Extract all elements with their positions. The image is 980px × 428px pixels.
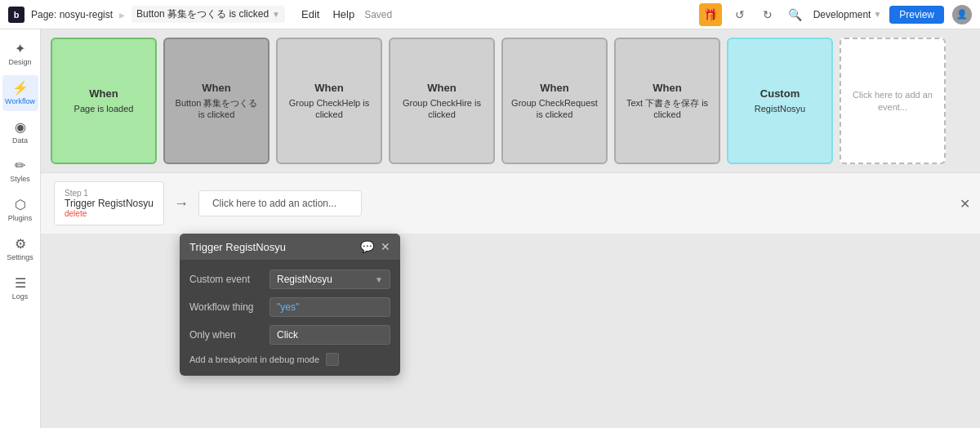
search-icon[interactable]: 🔍 (786, 5, 805, 25)
add-action-button[interactable]: Click here to add an action... (198, 190, 362, 216)
saved-status: Saved (364, 9, 392, 20)
topbar: b Page: nosyu-regist ▸ Button 募集をつくる is … (0, 0, 980, 29)
custom-event-row: Custom event RegistNosyu ▼ (189, 270, 390, 289)
redo-icon[interactable]: ↻ (758, 5, 777, 25)
event-desc-checkhire: Group CheckHire is clicked (397, 97, 487, 121)
event-card-text-save[interactable]: When Text 下書きを保存 is clicked (614, 38, 720, 164)
topbar-nav: Edit Help (301, 8, 354, 20)
custom-event-label: Custom event (189, 274, 263, 285)
event-card-custom-registnosyu[interactable]: Custom RegistNosyu (727, 38, 833, 164)
trigger-modal: Trigger RegistNosyu 💬 ✕ Custom event Reg… (180, 234, 400, 376)
styles-icon: ✏ (15, 158, 25, 173)
step-row: Step 1 Trigger RegistNosyu delete → Clic… (41, 172, 980, 234)
sidebar-item-data[interactable]: ◉ Data (2, 114, 38, 150)
custom-event-dropdown[interactable]: RegistNosyu ▼ (270, 270, 390, 289)
data-icon: ◉ (15, 119, 26, 135)
modal-area: Trigger RegistNosyu 💬 ✕ Custom event Reg… (41, 234, 980, 428)
app-logo: b (8, 7, 24, 23)
content-area: When Page is loaded When Button 募集をつくる i… (41, 29, 980, 428)
undo-icon[interactable]: ↺ (730, 5, 750, 25)
sidebar-item-logs[interactable]: ☰ Logs (2, 270, 38, 306)
event-card-checkrequest[interactable]: When Group CheckRequest is clicked (501, 38, 608, 164)
sidebar-item-styles[interactable]: ✏ Styles (2, 153, 38, 189)
workflow-thing-label: Workflow thing (189, 301, 263, 313)
sidebar-item-plugins[interactable]: ⬡ Plugins (2, 192, 38, 228)
add-event-label: Click here to add an event... (848, 89, 938, 113)
event-when-label: When (653, 82, 681, 94)
divider-icon: ▸ (119, 8, 125, 21)
custom-event-value: RegistNosyu (277, 274, 332, 285)
gift-icon[interactable]: 🎁 (699, 3, 722, 26)
topbar-right: 🎁 ↺ ↻ 🔍 Development ▼ Preview 👤 (699, 3, 972, 26)
only-when-value[interactable]: Click (270, 325, 390, 345)
logs-icon: ☰ (15, 275, 26, 291)
design-icon: ✦ (15, 41, 25, 56)
event-when-label: When (89, 87, 118, 100)
only-when-row: Only when Click (189, 325, 390, 345)
only-when-text: Click (277, 329, 298, 341)
event-card-checkhelp[interactable]: When Group CheckHelp is clicked (276, 38, 382, 164)
workflow-icon: ⚡ (12, 80, 29, 96)
event-card-button-clicked[interactable]: When Button 募集をつくる is clicked (163, 38, 270, 164)
modal-header-icons: 💬 ✕ (360, 240, 390, 253)
workflow-thing-text: "yes" (277, 301, 299, 313)
workflow-thing-value[interactable]: "yes" (270, 297, 390, 317)
modal-header: Trigger RegistNosyu 💬 ✕ (180, 234, 400, 260)
sidebar-label-workflow: Workflow (5, 97, 35, 106)
event-card-checkhire[interactable]: When Group CheckHire is clicked (389, 38, 495, 164)
edit-nav-item[interactable]: Edit (301, 8, 319, 20)
preview-button[interactable]: Preview (889, 6, 944, 24)
plugins-icon: ⬡ (15, 197, 26, 212)
breakpoint-checkbox[interactable] (326, 353, 339, 366)
workflow-thing-row: Workflow thing "yes" (189, 297, 390, 317)
step-box[interactable]: Step 1 Trigger RegistNosyu delete (54, 181, 164, 225)
help-nav-item[interactable]: Help (332, 8, 354, 20)
sidebar-label-logs: Logs (12, 292, 29, 301)
event-when-label: When (427, 82, 456, 94)
sidebar-label-design: Design (8, 58, 31, 67)
breakpoint-label: Add a breakpoint in debug mode (189, 354, 319, 364)
modal-body: Custom event RegistNosyu ▼ Workflow thin… (180, 260, 400, 376)
breakpoint-row: Add a breakpoint in debug mode (189, 353, 390, 366)
modal-title: Trigger RegistNosyu (189, 241, 286, 253)
chevron-down-icon: ▼ (272, 10, 280, 19)
events-row: When Page is loaded When Button 募集をつくる i… (41, 29, 980, 172)
event-desc-button-clicked: Button 募集をつくる is clicked (172, 97, 261, 121)
sidebar-label-settings: Settings (7, 253, 33, 262)
sidebar-label-styles: Styles (10, 175, 30, 184)
sidebar-label-plugins: Plugins (8, 214, 33, 223)
event-desc-checkhelp: Group CheckHelp is clicked (284, 97, 374, 121)
step-delete-link[interactable]: delete (65, 209, 154, 218)
add-event-card[interactable]: Click here to add an event... (840, 38, 946, 164)
env-selector[interactable]: Development ▼ (813, 9, 882, 20)
comment-icon[interactable]: 💬 (360, 240, 374, 253)
settings-icon: ⚙ (15, 236, 26, 252)
main-layout: ✦ Design ⚡ Workflow ◉ Data ✏ Styles ⬡ Pl… (0, 29, 980, 428)
sidebar-label-data: Data (12, 136, 28, 145)
event-when-label: When (202, 82, 230, 94)
event-desc-custom: RegistNosyu (755, 103, 805, 114)
sidebar-item-design[interactable]: ✦ Design (2, 36, 38, 72)
arrow-right-icon: → (174, 195, 189, 212)
avatar[interactable]: 👤 (952, 5, 972, 25)
env-chevron-icon: ▼ (873, 10, 881, 19)
event-desc-checkrequest: Group CheckRequest is clicked (510, 97, 599, 121)
step-title: Trigger RegistNosyu (65, 198, 154, 209)
dropdown-arrow-icon: ▼ (375, 275, 383, 284)
modal-close-icon[interactable]: ✕ (381, 240, 390, 253)
event-card-page-loaded[interactable]: When Page is loaded (51, 38, 157, 164)
step-number: Step 1 (65, 189, 154, 198)
sidebar-item-settings[interactable]: ⚙ Settings (2, 231, 38, 267)
event-when-label: When (540, 82, 568, 94)
sidebar: ✦ Design ⚡ Workflow ◉ Data ✏ Styles ⬡ Pl… (0, 29, 41, 428)
only-when-label: Only when (189, 329, 263, 341)
sidebar-item-workflow[interactable]: ⚡ Workflow (2, 75, 38, 111)
event-custom-label: Custom (760, 87, 800, 100)
trigger-label[interactable]: Button 募集をつくる is clicked ▼ (131, 6, 285, 23)
page-label: Page: nosyu-regist (31, 9, 113, 20)
close-step-button[interactable]: ✕ (960, 196, 970, 212)
event-desc-text-save: Text 下書きを保存 is clicked (622, 97, 712, 121)
event-desc-page-loaded: Page is loaded (74, 103, 134, 114)
event-when-label: When (314, 82, 343, 94)
